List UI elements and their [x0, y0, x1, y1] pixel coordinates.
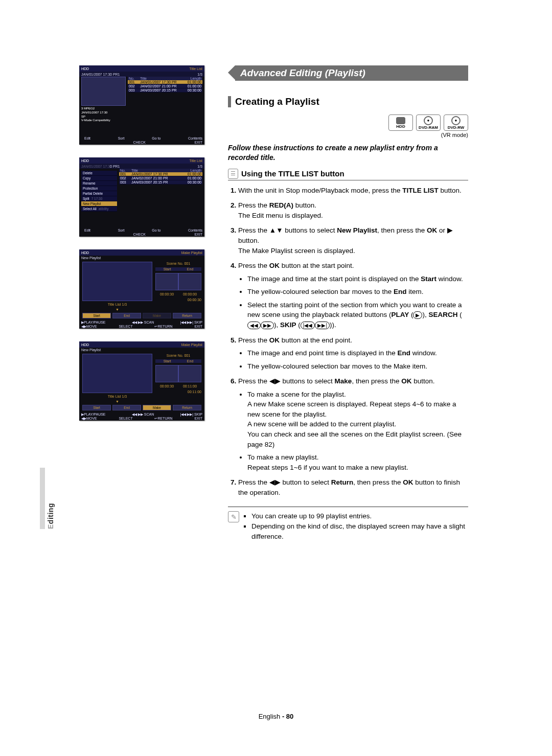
step-6: Press the ◀▶ buttons to select Make, the…: [238, 376, 468, 472]
screenshot-column: HDD Title List JAN/01/2007 17:30 PR1 1/3…: [79, 65, 207, 433]
screenshot-title-list: HDD Title List JAN/01/2007 17:30 PR1 1/3…: [79, 65, 204, 145]
dvd-rw-icon: ●DVD-RW: [444, 114, 468, 131]
vr-mode-label: (VR mode): [228, 132, 468, 138]
main-content: Advanced Editing (Playlist) Creating a P…: [228, 65, 468, 541]
section-tab: Editing: [40, 468, 57, 529]
dvd-ram-icon: ●DVD-RAM: [416, 114, 441, 131]
step-2: Press the RED(A) button. The Edit menu i…: [238, 200, 468, 220]
col-title: Title: [139, 77, 190, 80]
screenshot-make-playlist-make: HDD Make Playlist New Playlist Title Lis…: [79, 341, 204, 421]
hdd-icon: HDD: [388, 114, 413, 131]
skip-next-icon: ▶▶|: [315, 322, 330, 329]
thumbnail-preview: [81, 77, 126, 106]
make-playlist-buttons: Start End Make Return: [82, 313, 201, 318]
page-footer: English - 80: [0, 713, 552, 720]
screenshot-edit-menu: HDD Title List JAN/01/2007 17:30 PR1 1/3…: [79, 157, 204, 237]
note-box: ✎ You can create up to 99 playlist entri…: [228, 507, 468, 541]
col-length: Length: [190, 77, 202, 80]
step-1: With the unit in Stop mode/Playback mode…: [238, 186, 468, 196]
skip-prev-icon: |◀◀: [301, 322, 315, 329]
play-icon: ▶: [413, 311, 422, 319]
procedure-steps: With the unit in Stop mode/Playback mode…: [228, 186, 468, 498]
hdd-label: HDD: [81, 67, 89, 71]
section-banner: Advanced Editing (Playlist): [235, 65, 468, 81]
title-list-icon: ☰: [228, 169, 238, 179]
subheading: Creating a Playlist: [228, 96, 468, 107]
step-4: Press the OK button at the start point. …: [238, 261, 468, 330]
col-no: No.: [128, 77, 139, 80]
note-item: Depending on the kind of disc, the displ…: [251, 521, 468, 541]
lede-text: Follow these instructions to create a ne…: [228, 143, 468, 163]
procedure-heading: ☰ Using the TITLE LIST button: [228, 169, 468, 180]
step-5: Press the OK button at the end point. Th…: [238, 335, 468, 372]
count: 1/3: [197, 73, 202, 76]
note-item: You can create up to 99 playlist entries…: [251, 511, 468, 521]
new-playlist-label: New Playlist: [79, 256, 204, 260]
step-3: Press the ▲▼ buttons to select New Playl…: [238, 225, 468, 256]
note-icon: ✎: [228, 511, 239, 522]
title-name: JAN/01/2007 17:30 PR1: [81, 73, 120, 76]
supported-discs: HDD ●DVD-RAM ●DVD-RW: [228, 114, 468, 131]
title-row: 002 JAN/02/2007 21:00 PR 01:00:00: [128, 84, 202, 88]
title-row: 003 JAN/03/2007 20:15 PR 00:30:00: [128, 88, 202, 93]
rew-icon: ◀◀: [247, 322, 261, 329]
edit-menu: Delete Copy Rename Protection Partial De…: [81, 171, 117, 212]
screenshot-make-playlist-start: HDD Make Playlist New Playlist Title Lis…: [79, 249, 204, 329]
thumb-info: 3 MPEG2 JAN/01/2007 17:30 SP V-Mode Comp…: [81, 107, 126, 123]
titlelist-label: Title List: [189, 67, 202, 71]
title-row: 001 JAN/01/2007 17:30 PR 01:00:00: [128, 80, 202, 84]
step-7: Press the ◀▶ button to select Return, th…: [238, 477, 468, 497]
preview-window: [82, 262, 152, 301]
ff-icon: ▶▶: [261, 322, 274, 329]
